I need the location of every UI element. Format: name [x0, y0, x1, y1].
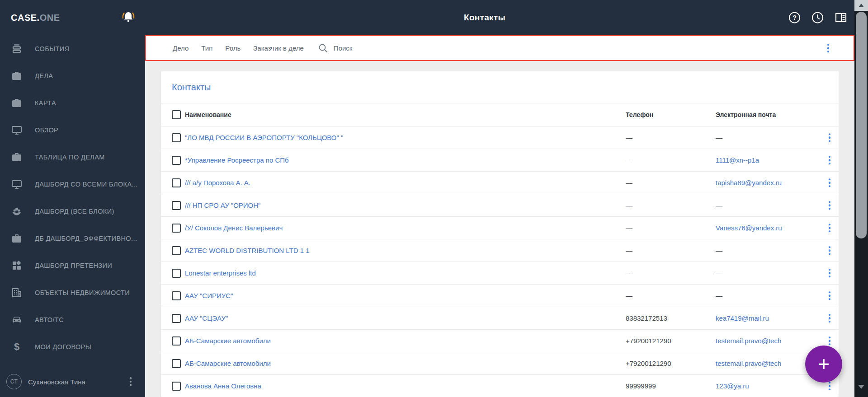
contact-email-link[interactable]: Vaness76@yandex.ru	[716, 224, 824, 232]
sidebar-item-label: ДБ ДАШБОРД_ЭФФЕКТИВНО...	[35, 235, 137, 242]
contact-email: —	[716, 269, 824, 277]
sidebar-item[interactable]: ДАШБОРД СО ВСЕМИ БЛОКА...	[0, 171, 145, 198]
briefcase-icon	[10, 70, 23, 82]
history-clock-icon[interactable]	[811, 12, 824, 24]
sidebar-item-label: ДАШБОРД ПРЕТЕНЗИИ	[35, 262, 112, 269]
row-menu-kebab-icon[interactable]	[827, 267, 833, 280]
brand-logo[interactable]: CASE.ONE	[11, 13, 60, 23]
user-profile-row[interactable]: СТ Сухановская Тина	[0, 369, 145, 394]
page-title: Контакты	[464, 13, 505, 23]
contact-phone: —	[626, 201, 716, 209]
select-all-checkbox[interactable]	[172, 110, 181, 119]
sidebar-item[interactable]: ОБЪЕКТЫ НЕДВИЖИМОСТИ	[0, 279, 145, 306]
contact-email-link[interactable]: tapisha89@yandex.ru	[716, 179, 824, 187]
help-icon[interactable]: ?	[788, 12, 801, 24]
contact-name-link[interactable]: /// НП СРО АУ "ОРИОН"	[185, 201, 626, 209]
contact-name-link[interactable]: ААУ "СЦЭАУ"	[185, 314, 626, 322]
row-checkbox[interactable]	[172, 291, 181, 300]
row-menu-kebab-icon[interactable]	[827, 244, 833, 257]
row-checkbox[interactable]	[172, 359, 181, 368]
filter-button[interactable]: Дело	[173, 44, 189, 52]
row-menu-kebab-icon[interactable]	[827, 131, 833, 144]
row-checkbox[interactable]	[172, 246, 181, 255]
row-menu-kebab-icon[interactable]	[827, 199, 833, 212]
contact-name-link[interactable]: *Управление Росреестра по СПб	[185, 156, 626, 164]
contact-name-link[interactable]: AZTEC WORLD DISTRIBUTION LTD 1 1	[185, 247, 626, 254]
sidebar-item-label: ОБЗОР	[35, 126, 58, 134]
scrollbar-thumb[interactable]	[856, 12, 867, 238]
scroll-up-button[interactable]	[854, 0, 868, 11]
row-menu-kebab-icon[interactable]	[827, 222, 833, 234]
monitor-icon	[10, 178, 23, 190]
side-panel-layout-icon[interactable]	[835, 12, 847, 24]
row-menu-kebab-icon[interactable]	[827, 335, 833, 347]
sidebar-item[interactable]: ОБЗОР	[0, 117, 145, 144]
briefcase-icon	[10, 151, 23, 163]
row-checkbox[interactable]	[172, 201, 181, 210]
row-menu-kebab-icon[interactable]	[827, 312, 833, 325]
filter-button[interactable]: Заказчик в деле	[253, 44, 304, 52]
contact-email-link[interactable]: testemail.pravo@tech	[716, 337, 824, 345]
sidebar-item-label: АВТО/ТС	[35, 316, 64, 323]
filter-bar-kebab-icon[interactable]	[826, 42, 831, 55]
sidebar-item[interactable]: ТАБЛИЦА ПО ДЕЛАМ	[0, 144, 145, 171]
contact-email-link[interactable]: 123@ya.ru	[716, 382, 824, 390]
contact-name-link[interactable]: /// а/у Порохова А. А.	[185, 179, 626, 187]
user-menu-kebab-icon[interactable]	[128, 375, 134, 388]
contact-email-link[interactable]: 1111@xn--p1a	[716, 156, 824, 164]
sidebar-item[interactable]: ДАШБОРД (ВСЕ БЛОКИ)	[0, 198, 145, 225]
contact-email: —	[716, 201, 824, 209]
notifications-bell-icon[interactable]	[121, 10, 136, 26]
table-row: ААУ "СЦЭАУ"83832172513kea7419@mail.ru	[161, 307, 839, 330]
contact-email: —	[716, 247, 824, 254]
topbar-actions: ?	[788, 12, 847, 24]
contact-name-link[interactable]: АБ-Самарские автомобили	[185, 337, 626, 345]
table-row: Аванова Анна Олеговна99999999123@ya.ru	[161, 375, 839, 397]
scrollbar[interactable]	[854, 0, 868, 397]
row-checkbox[interactable]	[172, 156, 181, 165]
contact-name-link[interactable]: /У/ Соколов Денис Валерьевич	[185, 224, 626, 232]
sidebar-item[interactable]: ДАШБОРД ПРЕТЕНЗИИ	[0, 252, 145, 279]
contact-email: —	[716, 292, 824, 299]
row-checkbox[interactable]	[172, 269, 181, 278]
briefcase-icon	[10, 233, 23, 244]
row-menu-kebab-icon[interactable]	[827, 177, 833, 189]
sidebar-item[interactable]: ДЕЛА	[0, 62, 145, 89]
row-menu-kebab-icon[interactable]	[827, 290, 833, 302]
sidebar-item-label: ДАШБОРД (ВСЕ БЛОКИ)	[35, 208, 114, 215]
contact-name-link[interactable]: ААУ "СИРИУС"	[185, 292, 626, 299]
sidebar-item[interactable]: ДБ ДАШБОРД_ЭФФЕКТИВНО...	[0, 225, 145, 252]
search-icon	[318, 43, 328, 53]
search-box[interactable]	[318, 43, 393, 53]
contact-phone: 99999999	[626, 382, 716, 390]
row-checkbox[interactable]	[172, 336, 181, 346]
sidebar-item[interactable]: АВТО/ТС	[0, 306, 145, 333]
row-checkbox[interactable]	[172, 178, 181, 187]
sidebar-item[interactable]: КАРТА	[0, 89, 145, 117]
row-checkbox[interactable]	[172, 382, 181, 391]
sidebar-item[interactable]: $МОИ ДОГОВОРЫ	[0, 333, 145, 360]
events-icon	[10, 43, 23, 55]
sidebar-item[interactable]: СОБЫТИЯ	[0, 35, 145, 62]
row-menu-kebab-icon[interactable]	[827, 154, 833, 167]
filter-button[interactable]: Тип	[201, 44, 212, 52]
table-row: ААУ "СИРИУС"——	[161, 285, 839, 307]
filter-button[interactable]: Роль	[225, 44, 241, 52]
row-checkbox[interactable]	[172, 133, 181, 142]
contact-email-link[interactable]: kea7419@mail.ru	[716, 314, 824, 322]
column-header-name: Наименование	[185, 111, 626, 118]
main-content: ДелоТипРольЗаказчик в деле Контакты Наим…	[145, 35, 854, 397]
search-input[interactable]	[333, 44, 393, 52]
add-contact-fab-button[interactable]: +	[805, 346, 842, 383]
contact-name-link[interactable]: "ЛО МВД РОССИИ В АЭРОПОРТУ "КОЛЬЦОВО" "	[185, 134, 626, 141]
contact-phone: —	[626, 247, 716, 254]
contact-name-link[interactable]: Аванова Анна Олеговна	[185, 382, 626, 390]
scroll-down-icon[interactable]	[858, 385, 864, 389]
contact-name-link[interactable]: Lonestar enterprises ltd	[185, 269, 626, 277]
sidebar-item-label: СОБЫТИЯ	[35, 45, 69, 52]
svg-text:$: $	[14, 341, 19, 352]
dollar-icon: $	[10, 341, 23, 353]
row-checkbox[interactable]	[172, 224, 181, 233]
contact-name-link[interactable]: АБ-Самарские автомобили	[185, 360, 626, 367]
row-checkbox[interactable]	[172, 314, 181, 323]
